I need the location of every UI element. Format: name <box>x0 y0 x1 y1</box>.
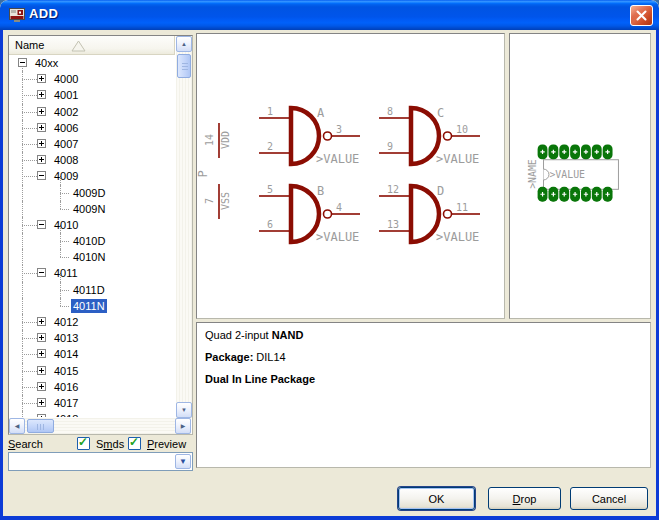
description-text-bold: Package: <box>205 351 253 363</box>
close-button[interactable] <box>630 5 653 26</box>
collapse-toggle[interactable] <box>37 171 46 180</box>
tree-item-label[interactable]: 4010D <box>71 234 107 248</box>
search-combobox[interactable]: ▼ <box>8 452 193 471</box>
tree-item-4000[interactable]: 4000 <box>9 71 175 87</box>
search-options-row: Search ✓ Smds ✓ Preview <box>8 437 193 452</box>
tree-item-label[interactable]: 4012 <box>52 315 80 329</box>
scroll-up-button[interactable]: ▲ <box>176 36 192 52</box>
svg-text:7: 7 <box>204 198 215 204</box>
expand-toggle[interactable] <box>37 155 46 164</box>
tree-connector-line <box>22 201 23 217</box>
tree-column-header-name[interactable]: Name <box>9 36 175 55</box>
tree-item-label[interactable]: 4008 <box>52 153 80 167</box>
tree-item-4010n[interactable]: 4010N <box>9 249 175 265</box>
tree-item-label[interactable]: 4013 <box>52 331 80 345</box>
drop-button[interactable]: Drop <box>488 487 561 510</box>
tree-item-label[interactable]: 4011D <box>71 283 107 297</box>
tree-item-4015[interactable]: 4015 <box>9 363 175 379</box>
symbol-preview-panel: 14 VDD P 7 VSS 1 2 3 A >VALUE <box>196 33 505 319</box>
tree-item-4013[interactable]: 4013 <box>9 330 175 346</box>
tree-item-4011[interactable]: 4011 <box>9 265 175 281</box>
ok-button[interactable]: OK <box>398 487 475 510</box>
tree-item-label[interactable]: 4000 <box>52 72 80 86</box>
tree-item-4011n[interactable]: 4011N <box>9 298 175 314</box>
tree-item-4006[interactable]: 4006 <box>9 120 175 136</box>
svg-text:VSS: VSS <box>220 192 231 210</box>
tree-item-label[interactable]: 4011N <box>71 299 107 313</box>
expand-toggle[interactable] <box>37 414 46 417</box>
tree-item-label[interactable]: 4001 <box>52 88 80 102</box>
expand-toggle[interactable] <box>37 366 46 375</box>
search-input[interactable] <box>10 454 174 469</box>
nand-gate-a: 1 2 3 A >VALUE <box>259 106 360 166</box>
tree-item-label[interactable]: 40xx <box>33 56 60 70</box>
expand-toggle[interactable] <box>37 123 46 132</box>
tree-item-label[interactable]: 4010N <box>71 250 107 264</box>
tree-item-4010d[interactable]: 4010D <box>9 233 175 249</box>
tree-item-label[interactable]: 4017 <box>52 396 80 410</box>
collapse-toggle[interactable] <box>37 220 46 229</box>
check-icon: ✓ <box>129 435 139 449</box>
tree-item-4014[interactable]: 4014 <box>9 346 175 362</box>
scroll-down-button[interactable]: ▼ <box>176 402 192 418</box>
tree-item-label[interactable]: 4018 <box>52 412 80 417</box>
vertical-scroll-thumb[interactable] <box>177 54 191 78</box>
tree-item-label[interactable]: 4014 <box>52 347 80 361</box>
expand-toggle[interactable] <box>37 333 46 342</box>
tree-item-4008[interactable]: 4008 <box>9 152 175 168</box>
combo-dropdown-button[interactable]: ▼ <box>175 454 191 469</box>
tree-item-label[interactable]: 4009D <box>71 186 107 200</box>
expand-toggle[interactable] <box>37 90 46 99</box>
tree-connector-line <box>22 338 37 339</box>
tree-item-4018[interactable]: 4018 <box>9 411 175 417</box>
preview-checkbox[interactable]: ✓ <box>128 437 141 450</box>
svg-text:>VALUE: >VALUE <box>316 152 359 166</box>
tree-connector-line <box>60 201 61 209</box>
tree-vertical-scrollbar[interactable]: ▲ ▼ <box>176 36 192 418</box>
tree-item-4011d[interactable]: 4011D <box>9 282 175 298</box>
expand-toggle[interactable] <box>37 317 46 326</box>
tree-item-4017[interactable]: 4017 <box>9 395 175 411</box>
tree-item-4009d[interactable]: 4009D <box>9 185 175 201</box>
tree-item-40xx[interactable]: 40xx <box>9 55 175 71</box>
collapse-toggle[interactable] <box>18 58 27 67</box>
expand-toggle[interactable] <box>37 139 46 148</box>
tree-item-label[interactable]: 4010 <box>52 218 80 232</box>
tree-item-label[interactable]: 4002 <box>52 105 80 119</box>
tree-item-4009n[interactable]: 4009N <box>9 201 175 217</box>
tree-item-4012[interactable]: 4012 <box>9 314 175 330</box>
tree-item-label[interactable]: 4011 <box>52 266 80 280</box>
cancel-button[interactable]: Cancel <box>570 487 648 510</box>
tree-connector-line <box>60 298 61 306</box>
collapse-toggle[interactable] <box>37 268 46 277</box>
tree-item-label[interactable]: 4007 <box>52 137 80 151</box>
tree-item-4016[interactable]: 4016 <box>9 379 175 395</box>
horizontal-scroll-thumb[interactable] <box>27 419 54 433</box>
tree-item-label[interactable]: 4006 <box>52 121 80 135</box>
tree-item-4002[interactable]: 4002 <box>9 104 175 120</box>
smds-checkbox[interactable]: ✓ <box>77 437 90 450</box>
tree-connector-line <box>60 193 69 194</box>
tree-item-4010[interactable]: 4010 <box>9 217 175 233</box>
titlebar[interactable]: ADD <box>0 0 659 30</box>
tree-item-4001[interactable]: 4001 <box>9 87 175 103</box>
expand-toggle[interactable] <box>37 349 46 358</box>
tree-item-label[interactable]: 4016 <box>52 380 80 394</box>
tree-item-label[interactable]: 4015 <box>52 364 80 378</box>
tree-item-4007[interactable]: 4007 <box>9 136 175 152</box>
tree-item-4009[interactable]: 4009 <box>9 168 175 184</box>
expand-toggle[interactable] <box>37 382 46 391</box>
tree-horizontal-scrollbar[interactable]: ◀ ▶ <box>9 418 191 434</box>
expand-toggle[interactable] <box>37 107 46 116</box>
scroll-right-button[interactable]: ▶ <box>175 418 191 434</box>
tree-connector-line <box>22 354 37 355</box>
scroll-left-button[interactable]: ◀ <box>9 418 25 434</box>
tree-item-label[interactable]: 4009 <box>52 169 80 183</box>
arrow-down-icon: ▼ <box>181 407 187 413</box>
description-text: Quad 2-input <box>205 329 272 341</box>
svg-text:9: 9 <box>387 141 393 152</box>
expand-toggle[interactable] <box>37 74 46 83</box>
svg-text:>NAME: >NAME <box>527 159 538 189</box>
tree-item-label[interactable]: 4009N <box>71 202 107 216</box>
expand-toggle[interactable] <box>37 398 46 407</box>
